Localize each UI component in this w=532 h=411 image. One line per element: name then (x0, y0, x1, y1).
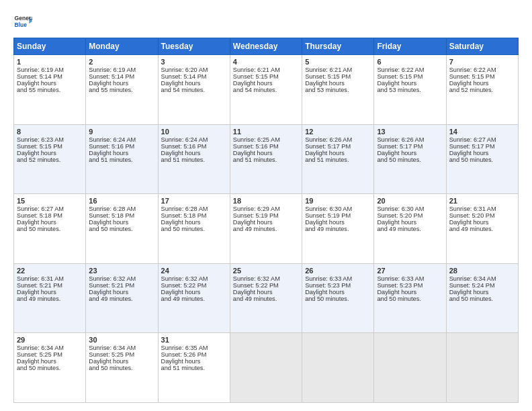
day-number: 12 (305, 128, 371, 136)
sunset-info: Sunset: 5:14 PM (161, 73, 227, 80)
sunrise-info: Sunrise: 6:22 AM (377, 66, 443, 73)
day-number: 30 (89, 336, 154, 344)
sunset-info: Sunset: 5:15 PM (17, 143, 83, 150)
daylight-label: Daylight hours (17, 289, 83, 295)
header: General Blue (13, 12, 519, 31)
calendar-cell: 4Sunrise: 6:21 AMSunset: 5:15 PMDaylight… (230, 55, 302, 125)
daylight-value: and 51 minutes. (161, 365, 227, 371)
sunset-info: Sunset: 5:19 PM (233, 212, 299, 219)
calendar-cell: 28Sunrise: 6:34 AMSunset: 5:24 PMDayligh… (446, 263, 518, 333)
sunrise-info: Sunrise: 6:32 AM (233, 275, 299, 282)
daylight-value: and 50 minutes. (89, 365, 154, 371)
day-number: 18 (233, 197, 299, 205)
calendar-header-sunday: Sunday (14, 38, 86, 55)
calendar-week-row: 8Sunrise: 6:23 AMSunset: 5:15 PMDaylight… (14, 124, 519, 194)
daylight-value: and 49 minutes. (233, 295, 299, 302)
day-number: 14 (449, 128, 515, 136)
daylight-value: and 55 minutes. (89, 87, 154, 93)
sunset-info: Sunset: 5:22 PM (161, 282, 227, 289)
day-number: 24 (161, 267, 227, 275)
daylight-value: and 51 minutes. (89, 156, 154, 163)
daylight-value: and 49 minutes. (17, 295, 83, 302)
sunset-info: Sunset: 5:18 PM (161, 212, 227, 219)
daylight-label: Daylight hours (305, 80, 371, 87)
day-number: 1 (17, 58, 83, 66)
calendar-cell: 12Sunrise: 6:26 AMSunset: 5:17 PMDayligh… (302, 124, 374, 194)
sunrise-info: Sunrise: 6:23 AM (17, 136, 83, 143)
daylight-value: and 50 minutes. (89, 226, 154, 232)
daylight-value: and 53 minutes. (377, 87, 443, 93)
sunrise-info: Sunrise: 6:32 AM (161, 275, 227, 282)
sunset-info: Sunset: 5:14 PM (89, 73, 154, 80)
sunrise-info: Sunrise: 6:34 AM (449, 275, 515, 282)
calendar-cell: 6Sunrise: 6:22 AMSunset: 5:15 PMDaylight… (374, 55, 446, 125)
calendar-header-wednesday: Wednesday (230, 38, 302, 55)
daylight-label: Daylight hours (449, 80, 515, 87)
calendar-cell: 5Sunrise: 6:21 AMSunset: 5:15 PMDaylight… (302, 55, 374, 125)
day-number: 20 (377, 197, 443, 205)
daylight-value: and 51 minutes. (161, 156, 227, 163)
daylight-label: Daylight hours (161, 289, 227, 295)
day-number: 16 (89, 197, 154, 205)
logo: General Blue (13, 12, 32, 31)
calendar-cell: 7Sunrise: 6:22 AMSunset: 5:15 PMDaylight… (446, 55, 518, 125)
calendar-week-row: 29Sunrise: 6:34 AMSunset: 5:25 PMDayligh… (14, 333, 519, 403)
calendar-cell: 16Sunrise: 6:28 AMSunset: 5:18 PMDayligh… (86, 194, 158, 264)
day-number: 15 (17, 197, 83, 205)
calendar-cell: 14Sunrise: 6:27 AMSunset: 5:17 PMDayligh… (446, 124, 518, 194)
day-number: 22 (17, 267, 83, 275)
daylight-value: and 54 minutes. (161, 87, 227, 93)
daylight-label: Daylight hours (305, 289, 371, 295)
calendar-header-friday: Friday (374, 38, 446, 55)
sunset-info: Sunset: 5:23 PM (305, 282, 371, 289)
calendar-cell: 23Sunrise: 6:32 AMSunset: 5:21 PMDayligh… (86, 263, 158, 333)
daylight-label: Daylight hours (161, 219, 227, 226)
calendar-week-row: 22Sunrise: 6:31 AMSunset: 5:21 PMDayligh… (14, 263, 519, 333)
calendar-cell (446, 333, 518, 403)
calendar-cell: 29Sunrise: 6:34 AMSunset: 5:25 PMDayligh… (14, 333, 86, 403)
calendar-cell: 18Sunrise: 6:29 AMSunset: 5:19 PMDayligh… (230, 194, 302, 264)
daylight-value: and 49 minutes. (449, 226, 515, 232)
sunset-info: Sunset: 5:18 PM (89, 212, 154, 219)
daylight-label: Daylight hours (233, 80, 299, 87)
daylight-label: Daylight hours (17, 150, 83, 156)
calendar-cell: 17Sunrise: 6:28 AMSunset: 5:18 PMDayligh… (158, 194, 230, 264)
day-number: 7 (449, 58, 515, 66)
sunset-info: Sunset: 5:18 PM (17, 212, 83, 219)
calendar-cell: 15Sunrise: 6:27 AMSunset: 5:18 PMDayligh… (14, 194, 86, 264)
sunset-info: Sunset: 5:24 PM (449, 282, 515, 289)
day-number: 25 (233, 267, 299, 275)
daylight-value: and 50 minutes. (377, 156, 443, 163)
calendar-header-saturday: Saturday (446, 38, 518, 55)
daylight-label: Daylight hours (17, 80, 83, 87)
sunset-info: Sunset: 5:16 PM (89, 143, 154, 150)
calendar-cell: 3Sunrise: 6:20 AMSunset: 5:14 PMDaylight… (158, 55, 230, 125)
daylight-value: and 51 minutes. (233, 156, 299, 163)
sunrise-info: Sunrise: 6:24 AM (89, 136, 154, 143)
calendar-header-tuesday: Tuesday (158, 38, 230, 55)
calendar-cell (302, 333, 374, 403)
sunrise-info: Sunrise: 6:29 AM (233, 205, 299, 212)
sunrise-info: Sunrise: 6:22 AM (449, 66, 515, 73)
calendar-cell: 24Sunrise: 6:32 AMSunset: 5:22 PMDayligh… (158, 263, 230, 333)
daylight-label: Daylight hours (305, 150, 371, 156)
sunset-info: Sunset: 5:15 PM (233, 73, 299, 80)
sunset-info: Sunset: 5:16 PM (161, 143, 227, 150)
calendar-cell: 27Sunrise: 6:33 AMSunset: 5:23 PMDayligh… (374, 263, 446, 333)
day-number: 23 (89, 267, 154, 275)
calendar-cell: 31Sunrise: 6:35 AMSunset: 5:26 PMDayligh… (158, 333, 230, 403)
sunrise-info: Sunrise: 6:21 AM (305, 66, 371, 73)
svg-text:Blue: Blue (15, 21, 28, 28)
sunset-info: Sunset: 5:20 PM (449, 212, 515, 219)
daylight-value: and 51 minutes. (305, 156, 371, 163)
sunset-info: Sunset: 5:25 PM (89, 351, 154, 358)
daylight-label: Daylight hours (449, 150, 515, 156)
daylight-value: and 49 minutes. (89, 295, 154, 302)
day-number: 26 (305, 267, 371, 275)
day-number: 21 (449, 197, 515, 205)
day-number: 28 (449, 267, 515, 275)
calendar-cell: 19Sunrise: 6:30 AMSunset: 5:19 PMDayligh… (302, 194, 374, 264)
day-number: 10 (161, 128, 227, 136)
day-number: 31 (161, 336, 227, 344)
sunrise-info: Sunrise: 6:21 AM (233, 66, 299, 73)
